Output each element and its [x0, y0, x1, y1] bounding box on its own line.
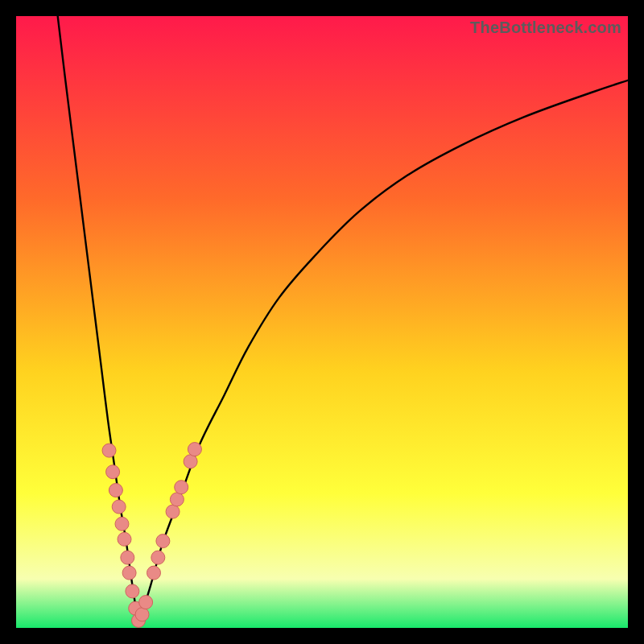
data-point	[151, 551, 165, 564]
chart-frame: TheBottleneck.com	[16, 16, 628, 628]
data-point	[115, 517, 129, 530]
data-point	[106, 465, 120, 479]
data-point	[122, 566, 136, 580]
data-point	[112, 500, 126, 514]
data-point	[184, 455, 197, 469]
data-point	[126, 584, 139, 598]
data-point	[118, 532, 131, 546]
data-point	[156, 535, 170, 548]
data-point	[102, 444, 116, 457]
data-point	[135, 608, 149, 621]
data-point	[147, 566, 161, 580]
data-point	[166, 505, 180, 518]
data-point	[188, 443, 201, 456]
data-point	[121, 551, 134, 564]
watermark-text: TheBottleneck.com	[470, 19, 621, 37]
data-point	[175, 481, 188, 494]
chart-canvas	[16, 16, 628, 628]
gradient-background	[16, 16, 628, 628]
data-point	[109, 484, 122, 497]
data-point	[170, 493, 184, 506]
data-point	[139, 596, 153, 609]
